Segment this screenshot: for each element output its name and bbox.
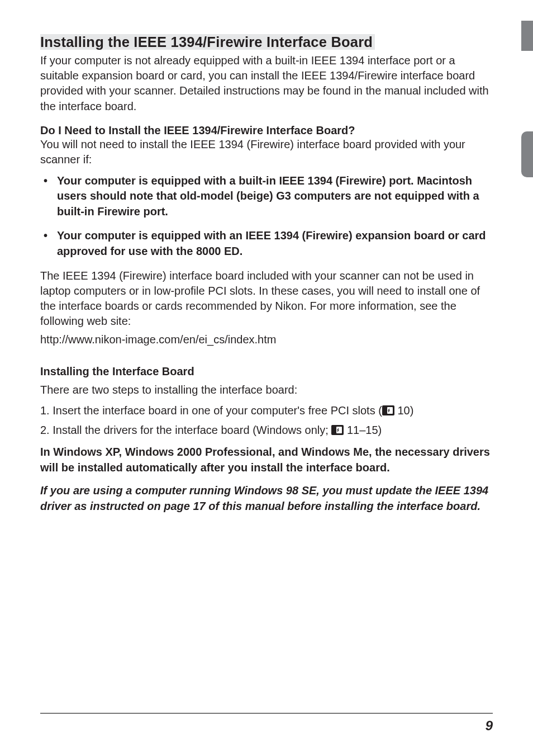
lead-text: You will not need to install the IEEE 13… [40, 137, 493, 167]
step-2-text: 2. Install the drivers for the interface… [40, 424, 331, 436]
page-number: 9 [486, 718, 493, 734]
bullet-item: Your computer is equipped with an IEEE 1… [40, 228, 493, 259]
step-2: 2. Install the drivers for the interface… [40, 424, 493, 437]
footer-rule [40, 713, 493, 714]
step-1: 1. Insert the interface board in one of … [40, 404, 493, 417]
section-heading: Installing the IEEE 1394/Firewire Interf… [40, 34, 375, 50]
bullet-list: Your computer is equipped with a built-i… [40, 173, 493, 259]
page-content: Installing the IEEE 1394/Firewire Interf… [0, 0, 533, 514]
step-1-text: 1. Insert the interface board in one of … [40, 404, 382, 417]
paragraph-laptop-note: The IEEE 1394 (Firewire) interface board… [40, 268, 493, 329]
windows-note: In Windows XP, Windows 2000 Professional… [40, 445, 493, 475]
section-heading-wrap: Installing the IEEE 1394/Firewire Interf… [40, 34, 493, 51]
intro-paragraph: If your computer is not already equipped… [40, 53, 493, 115]
step-1-ref: 10) [394, 404, 413, 417]
page-ref-icon [331, 425, 344, 435]
subheading-need-install: Do I Need to Install the IEEE 1394/Firew… [40, 124, 493, 137]
subheading-installing: Installing the Interface Board [40, 365, 493, 378]
steps-intro: There are two steps to installing the in… [40, 384, 493, 396]
page-ref-icon [382, 405, 394, 415]
win98-italic-note: If you are using a computer running Wind… [40, 483, 493, 514]
step-2-ref: 11–15) [344, 424, 382, 436]
bullet-item: Your computer is equipped with a built-i… [40, 173, 493, 220]
url-line: http://www.nikon-image.com/en/ei_cs/inde… [40, 333, 493, 346]
